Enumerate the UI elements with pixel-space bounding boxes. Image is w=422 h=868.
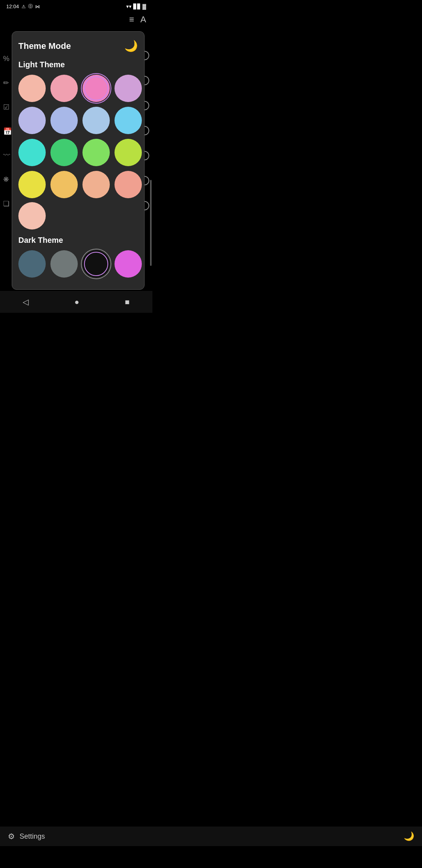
light-color-17[interactable] [18, 202, 46, 230]
light-color-8[interactable] [114, 107, 142, 134]
light-color-2[interactable] [50, 75, 78, 102]
light-color-1[interactable] [18, 75, 46, 102]
signal-bars-icon: ▊▊ [133, 4, 141, 9]
sidebar-icons: % ✏ ☑ 📅 〰 ❋ ❏ [3, 55, 12, 208]
wifi-icon: ▾▾ [126, 4, 132, 9]
check-icon[interactable]: ☑ [3, 103, 12, 111]
dark-color-4[interactable] [114, 250, 142, 278]
light-color-7[interactable] [82, 107, 110, 134]
light-theme-section: Light Theme [18, 60, 138, 230]
dark-theme-color-grid [18, 250, 138, 278]
light-color-4[interactable] [114, 75, 142, 102]
copy-icon[interactable]: ❏ [3, 199, 12, 208]
dark-color-2[interactable] [50, 250, 78, 278]
light-color-16[interactable] [114, 171, 142, 198]
warning-icon: ⚠ [21, 4, 26, 9]
percent-icon[interactable]: % [3, 55, 12, 63]
menu-icon[interactable]: ≡ [129, 14, 134, 25]
headphones-icon: ⓪ [28, 3, 33, 10]
dark-theme-section: Dark Theme [18, 236, 138, 278]
wave-icon[interactable]: 〰 [3, 151, 12, 160]
moon-icon[interactable]: 🌙 [124, 39, 138, 52]
light-color-3[interactable] [82, 75, 110, 102]
light-color-13[interactable] [18, 171, 46, 198]
nav-bar: ◁ ● ■ [0, 291, 152, 313]
light-color-11[interactable] [82, 139, 110, 166]
battery-icon: ▓ [143, 4, 146, 9]
dark-color-3[interactable] [82, 250, 110, 278]
recent-button[interactable]: ■ [117, 294, 137, 310]
flower-icon[interactable]: ❋ [3, 175, 12, 184]
status-left: 12:04 ⚠ ⓪ ⋈ [6, 3, 40, 10]
back-button[interactable]: ◁ [15, 294, 36, 310]
calendar-icon[interactable]: 📅 [3, 127, 12, 136]
light-color-6[interactable] [50, 107, 78, 134]
font-icon[interactable]: A [140, 14, 146, 25]
light-theme-color-grid [18, 75, 138, 198]
light-color-12[interactable] [114, 139, 142, 166]
modal-title: Theme Mode [18, 41, 71, 51]
home-button[interactable]: ● [66, 294, 87, 310]
light-theme-title: Light Theme [18, 60, 138, 69]
light-color-15[interactable] [82, 171, 110, 198]
dark-color-1[interactable] [18, 250, 46, 278]
modal-header: Theme Mode 🌙 [18, 39, 138, 52]
light-color-10[interactable] [50, 139, 78, 166]
dark-theme-title: Dark Theme [18, 236, 138, 245]
status-right: ▾▾ ▊▊ ▓ [126, 4, 146, 9]
status-bar: 12:04 ⚠ ⓪ ⋈ ▾▾ ▊▊ ▓ [0, 0, 152, 13]
theme-mode-modal: Theme Mode 🌙 Light Theme [12, 31, 145, 290]
edit-icon[interactable]: ✏ [3, 79, 12, 87]
light-color-5[interactable] [18, 107, 46, 134]
time-display: 12:04 [6, 4, 19, 9]
top-bar-icons: ≡ A [129, 14, 146, 25]
signal-icon: ⋈ [35, 4, 40, 9]
light-color-9[interactable] [18, 139, 46, 166]
scroll-hint [150, 180, 152, 266]
light-color-14[interactable] [50, 171, 78, 198]
